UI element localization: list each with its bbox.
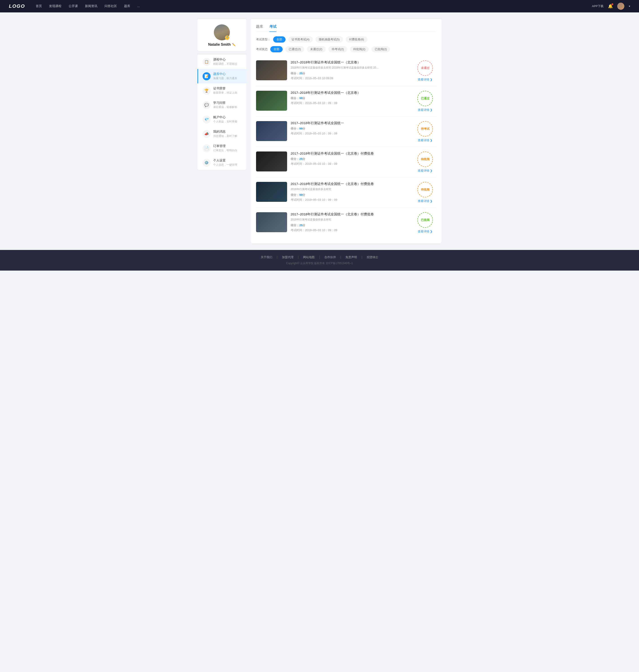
exam-action: 待批阅 查看详情 ❯ bbox=[414, 182, 436, 203]
menu-sub-question-bank: 海量习题，助力通关 bbox=[213, 77, 237, 80]
footer-links: 关于我们|加盟代理|网站地图|合作伙伴|免责声明|招贤纳士 bbox=[9, 255, 630, 259]
content-area: 题库 考试 考试类型：全部证书类考试(4)随机抽题考试(5)付费批卷(6) 考试… bbox=[251, 19, 441, 243]
sidebar-item-question-bank[interactable]: 📝 题库中心 海量习题，助力通关 bbox=[198, 69, 246, 83]
exam-score: 得分：25分 bbox=[291, 223, 410, 227]
exam-info: 2017–2018年行测证件考试全国统一（北京卷） 得分：99分 考试时间：20… bbox=[291, 91, 410, 105]
tab-exam[interactable]: 考试 bbox=[269, 25, 277, 32]
filter-type-option[interactable]: 付费批卷(6) bbox=[346, 36, 368, 43]
exam-detail-link[interactable]: 查看详情 ❯ bbox=[418, 199, 433, 203]
exam-action: 已通过 查看详情 ❯ bbox=[414, 91, 436, 112]
filter-type-option[interactable]: 全部 bbox=[273, 36, 285, 43]
exam-item: 2017–2018年行测证件考试全国统一 得分：99分 考试时间：2019–05… bbox=[256, 117, 436, 147]
exam-title: 2017–2018年行测证件考试全国统一（北京卷）付费批卷 bbox=[291, 151, 410, 156]
nav-link[interactable]: 题库 bbox=[124, 3, 130, 9]
avatar-image bbox=[617, 3, 624, 10]
filter-status-option[interactable]: 待批阅(2) bbox=[350, 46, 369, 52]
menu-title-certificate: 证书荣誉 bbox=[213, 86, 237, 91]
filter-type-option[interactable]: 证书类考试(4) bbox=[288, 36, 313, 43]
exam-thumbnail bbox=[256, 121, 287, 141]
footer-link[interactable]: 加盟代理 bbox=[282, 255, 294, 259]
menu-texts-messages: 我的消息 消息通知，及时了解 bbox=[213, 130, 237, 138]
sidebar-item-settings[interactable]: ⚙️ 个人设置 个人信息，一键管理 bbox=[198, 156, 246, 170]
exam-list: 2017–2018年行测证件考试全国统一（北京卷） 2018年行测考试是最值得多… bbox=[256, 56, 436, 238]
nav-link[interactable]: 发现课程 bbox=[49, 3, 61, 9]
sidebar-username: Natalie Smith ✏️ bbox=[201, 43, 243, 47]
exam-time: 考试时间：2019–05–03 10:09:09 bbox=[291, 76, 410, 80]
menu-texts-qa: 学习问答 课后重温，疑难解答 bbox=[213, 101, 237, 109]
nav-links: 首页发现课程公开课新闻资讯问答社区题库... bbox=[36, 3, 592, 9]
nav-link[interactable]: 问答社区 bbox=[105, 3, 117, 9]
app-download-link[interactable]: APP下载 bbox=[592, 4, 604, 8]
exam-item: 2017–2018年行测证件考试全国统一（北京卷）付费批卷 2018年行测考试是… bbox=[256, 177, 436, 208]
exam-action: 待考试 查看详情 ❯ bbox=[414, 121, 436, 142]
exam-time: 考试时间：2019–05–03 10：09：09 bbox=[291, 198, 410, 202]
exam-item: 2017–2018年行测证件考试全国统一（北京卷） 得分：99分 考试时间：20… bbox=[256, 86, 436, 117]
footer-separator: | bbox=[361, 255, 362, 259]
filter-status-option[interactable]: 已批阅(2) bbox=[371, 46, 390, 52]
menu-texts-settings: 个人设置 个人信息，一键管理 bbox=[213, 159, 237, 167]
sidebar-profile: 🏅 Natalie Smith ✏️ bbox=[198, 19, 246, 51]
menu-title-qa: 学习问答 bbox=[213, 101, 237, 105]
filter-type-option[interactable]: 随机抽题考试(5) bbox=[315, 36, 343, 43]
footer-link[interactable]: 关于我们 bbox=[261, 255, 272, 259]
username-text: Natalie Smith bbox=[208, 43, 231, 47]
sidebar-item-orders[interactable]: 📄 订单管理 订单支出，明明白白 bbox=[198, 141, 246, 156]
menu-sub-certificate: 收获荣誉，持证上岗 bbox=[213, 91, 237, 95]
exam-status-stamp: 待批阅 bbox=[417, 151, 433, 167]
exam-info: 2017–2018年行测证件考试全国统一（北京卷）付费批卷 2018年行测考试是… bbox=[291, 212, 410, 232]
footer-separator: | bbox=[340, 255, 341, 259]
filter-status-option[interactable]: 已通过(2) bbox=[285, 46, 304, 52]
menu-sub-orders: 订单支出，明明白白 bbox=[213, 148, 237, 153]
exam-score-value: 99 bbox=[299, 127, 302, 130]
footer-separator: | bbox=[319, 255, 320, 259]
tab-question-bank[interactable]: 题库 bbox=[256, 25, 263, 32]
exam-detail-link[interactable]: 查看详情 ❯ bbox=[418, 139, 433, 142]
exam-status-stamp: 已批阅 bbox=[417, 212, 433, 228]
filter-status-option[interactable]: 未通过(2) bbox=[307, 46, 326, 52]
menu-texts-orders: 订单管理 订单支出，明明白白 bbox=[213, 144, 237, 153]
footer-link[interactable]: 招贤纳士 bbox=[367, 255, 378, 259]
menu-sub-messages: 消息通知，及时了解 bbox=[213, 134, 237, 138]
sidebar-menu: 📋 课程中心 精彩课程，不容错过 📝 题库中心 海量习题，助力通关 🏆 证书荣誉… bbox=[198, 54, 246, 170]
exam-detail-link[interactable]: 查看详情 ❯ bbox=[418, 229, 433, 234]
exam-score: 得分：25分 bbox=[291, 157, 410, 161]
navbar: LOGO 首页发现课程公开课新闻资讯问答社区题库... APP下载 🔔 ▾ bbox=[0, 0, 639, 12]
sidebar-item-qa[interactable]: 💬 学习问答 课后重温，疑难解答 bbox=[198, 98, 246, 112]
edit-icon[interactable]: ✏️ bbox=[232, 43, 236, 46]
sidebar-item-certificate[interactable]: 🏆 证书荣誉 收获荣誉，持证上岗 bbox=[198, 83, 246, 98]
exam-title: 2017–2018年行测证件考试全国统一（北京卷）付费批卷 bbox=[291, 212, 410, 217]
sidebar-item-messages[interactable]: 📣 我的消息 消息通知，及时了解 bbox=[198, 127, 246, 141]
footer-link[interactable]: 网站地图 bbox=[303, 255, 315, 259]
notification-bell[interactable]: 🔔 bbox=[608, 4, 613, 9]
nav-link[interactable]: 公开课 bbox=[68, 3, 78, 9]
badge-icon: 🏅 bbox=[225, 35, 230, 40]
exam-detail-link[interactable]: 查看详情 ❯ bbox=[418, 78, 433, 82]
footer-link[interactable]: 合作伙伴 bbox=[324, 255, 336, 259]
exam-detail-link[interactable]: 查看详情 ❯ bbox=[418, 108, 433, 112]
exam-status-stamp: 已通过 bbox=[417, 91, 433, 106]
user-avatar[interactable] bbox=[617, 3, 624, 10]
nav-link[interactable]: ... bbox=[137, 3, 140, 9]
sidebar-item-course[interactable]: 📋 课程中心 精彩课程，不容错过 bbox=[198, 54, 246, 69]
filter-type-label: 考试类型： bbox=[256, 37, 270, 42]
filter-status-option[interactable]: 全部 bbox=[270, 46, 283, 52]
exam-score-value: 99 bbox=[299, 193, 302, 196]
nav-right: APP下载 🔔 ▾ bbox=[592, 3, 630, 10]
exam-score-value: 99 bbox=[299, 96, 302, 100]
footer-link[interactable]: 免责声明 bbox=[345, 255, 357, 259]
menu-icon-messages: 📣 bbox=[203, 130, 211, 138]
menu-texts-certificate: 证书荣誉 收获荣誉，持证上岗 bbox=[213, 86, 237, 95]
menu-icon-qa: 💬 bbox=[203, 101, 211, 109]
exam-detail-link[interactable]: 查看详情 ❯ bbox=[418, 169, 433, 173]
main-layout: 🏅 Natalie Smith ✏️ 📋 课程中心 精彩课程，不容错过 📝 题库… bbox=[198, 19, 441, 243]
exam-thumbnail bbox=[256, 60, 287, 80]
exam-item: 2017–2018年行测证件考试全国统一（北京卷） 2018年行测考试是最值得多… bbox=[256, 56, 436, 86]
exam-status-stamp: 待考试 bbox=[417, 121, 433, 137]
nav-link[interactable]: 首页 bbox=[36, 3, 42, 9]
avatar-wrap: 🏅 bbox=[214, 25, 230, 41]
filter-status-option[interactable]: 待考试(2) bbox=[328, 46, 347, 52]
sidebar-item-account[interactable]: 💎 账户中心 个人权益，实时掌握 bbox=[198, 112, 246, 127]
chevron-down-icon[interactable]: ▾ bbox=[629, 5, 630, 8]
nav-link[interactable]: 新闻资讯 bbox=[85, 3, 97, 9]
exam-item: 2017–2018年行测证件考试全国统一（北京卷）付费批卷 得分：25分 考试时… bbox=[256, 147, 436, 177]
